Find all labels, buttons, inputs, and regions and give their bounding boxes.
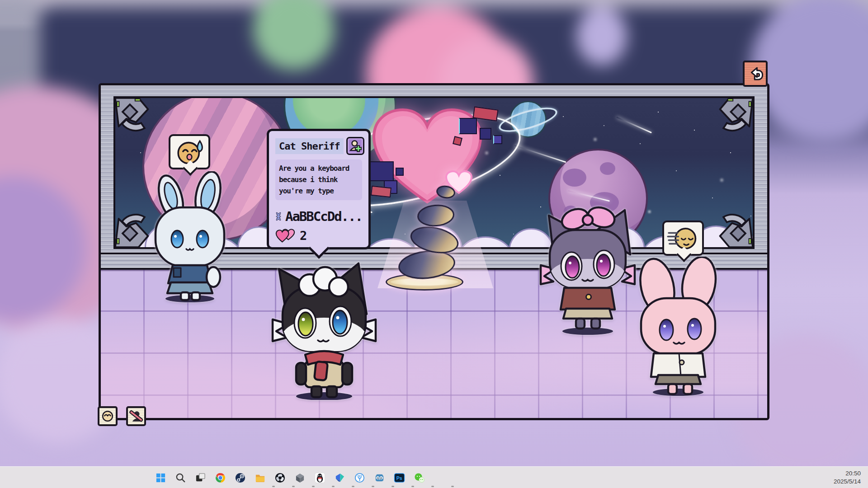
windows-start-icon <box>155 472 166 483</box>
taskbar: Ps 20:50 2025/5/14 <box>0 466 868 488</box>
running-indicator <box>312 486 315 487</box>
running-indicator <box>451 486 454 487</box>
taskbar-clock[interactable]: 20:50 2025/5/14 <box>829 467 865 488</box>
running-indicator <box>431 486 434 487</box>
frame-corner-bracket <box>716 210 755 249</box>
likes-count: 2 <box>300 229 307 243</box>
shooting-star <box>514 145 566 163</box>
qq-icon <box>314 472 326 483</box>
running-indicator <box>292 486 295 487</box>
character-purple-cat[interactable] <box>538 199 637 337</box>
running-indicator <box>332 486 335 487</box>
unity-icon <box>294 472 306 483</box>
emote-menu-button[interactable] <box>98 406 118 426</box>
clock-date: 2025/5/14 <box>834 478 861 486</box>
taskbar-icon-godot[interactable] <box>373 467 385 488</box>
character-pink-cat[interactable] <box>628 257 728 399</box>
add-friend-button[interactable] <box>346 137 364 155</box>
running-indicator <box>392 486 394 487</box>
wechat-icon <box>414 472 425 483</box>
glitch-pixels <box>450 108 513 158</box>
taskbar-icon-photoshop[interactable]: Ps <box>393 467 405 488</box>
speaker-name: Cat Sheriff <box>275 138 344 154</box>
return-arrow-icon <box>747 65 764 83</box>
running-indicator <box>352 486 354 487</box>
godot-icon <box>374 472 385 483</box>
taskbar-icon-search[interactable] <box>175 467 186 488</box>
back-button[interactable] <box>743 61 768 87</box>
running-indicator <box>372 486 374 487</box>
frame-corner-bracket <box>113 96 152 135</box>
person-plus-icon <box>349 139 362 153</box>
gene-row: AaBBCcDd... <box>275 207 362 225</box>
emote-bubble-right <box>662 221 704 256</box>
taskbar-icon-obs-studio[interactable] <box>274 467 286 488</box>
shooting-star <box>616 117 652 133</box>
task-view-icon <box>195 472 206 483</box>
chat-message: Are you a keyboard because i think you'r… <box>275 160 362 200</box>
taskbar-icon-file-explorer[interactable] <box>254 467 266 488</box>
character-black-cat[interactable] <box>270 251 378 402</box>
likes-row[interactable]: 2 <box>275 228 362 243</box>
chat-bubble: Cat Sheriff Are you a keyboard because i… <box>267 129 371 249</box>
double-heart-icon <box>275 228 295 243</box>
sleepy-dash-emoji-icon <box>665 224 701 253</box>
character-blue-bunny[interactable] <box>145 171 235 304</box>
sweat-smile-emoji-icon <box>172 137 207 166</box>
frame-corner-bracket <box>716 96 755 135</box>
blocked-user-icon <box>129 409 143 423</box>
clock-time: 20:50 <box>845 469 861 478</box>
steam-icon <box>235 472 246 483</box>
emote-bubble-left <box>169 134 210 169</box>
gene-text: AaBBCcDd... <box>285 209 362 224</box>
taskbar-icon-fork[interactable] <box>354 467 365 488</box>
chat-bubble-header: Cat Sheriff <box>275 137 362 155</box>
taskbar-icon-wechat[interactable] <box>413 467 425 488</box>
fork-icon <box>354 472 365 483</box>
folder-icon <box>255 472 266 483</box>
obs-studio-icon <box>274 472 286 483</box>
clash-icon <box>334 472 345 483</box>
taskbar-icons: Ps <box>155 467 425 488</box>
photoshop-label: Ps <box>396 475 402 481</box>
smiley-icon <box>101 409 114 423</box>
dna-icon <box>275 207 282 225</box>
taskbar-icon-clash[interactable] <box>334 467 345 488</box>
taskbar-icon-steam[interactable] <box>234 467 246 488</box>
taskbar-icon-start[interactable] <box>155 467 166 488</box>
taskbar-icon-qq[interactable] <box>314 467 326 488</box>
game-window: Cat Sheriff Are you a keyboard because i… <box>99 83 769 420</box>
chrome-icon <box>215 472 226 483</box>
search-icon <box>175 472 186 483</box>
mute-players-button[interactable] <box>126 406 146 426</box>
running-indicator <box>272 486 275 487</box>
taskbar-icon-task-view[interactable] <box>194 467 206 488</box>
photoshop-icon: Ps <box>394 472 405 483</box>
running-indicator <box>411 486 414 487</box>
taskbar-icon-chrome[interactable] <box>214 467 226 488</box>
taskbar-icon-unity[interactable] <box>294 467 306 488</box>
